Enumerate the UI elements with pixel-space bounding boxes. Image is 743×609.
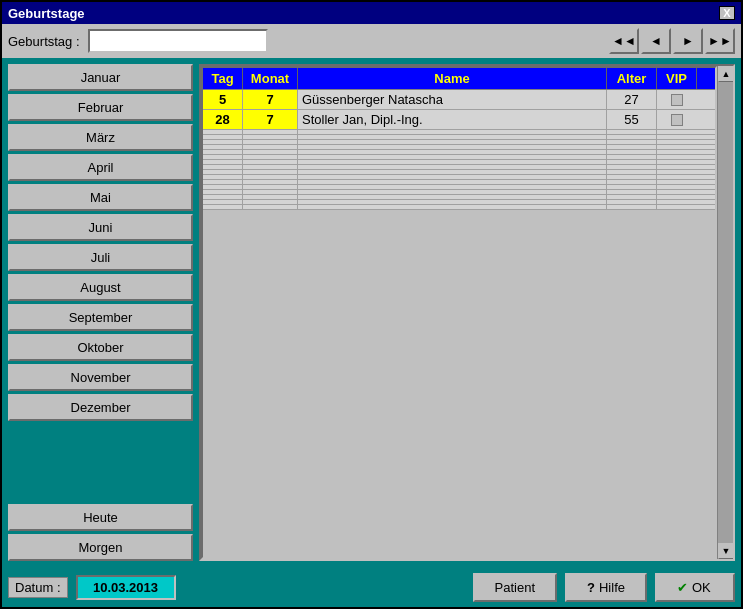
cell-vip[interactable] [657,185,697,189]
next-nav-button[interactable]: ► [673,28,703,54]
cell-vip[interactable] [657,140,697,144]
cell-tag [203,165,243,169]
cell-name [298,170,607,174]
month-btn-november[interactable]: November [8,364,193,391]
cell-tag [203,175,243,179]
cell-monat [243,135,298,139]
cell-tag [203,170,243,174]
month-btn-januar[interactable]: Januar [8,64,193,91]
month-btn-dezember[interactable]: Dezember [8,394,193,421]
cell-monat [243,180,298,184]
cell-name [298,160,607,164]
prev-nav-button[interactable]: ◄ [641,28,671,54]
cell-name [298,205,607,209]
extra-btn-morgen[interactable]: Morgen [8,534,193,561]
hilfe-label: Hilfe [599,580,625,595]
cell-name [298,195,607,199]
table-body: 57Güssenberger Natascha27287Stoller Jan,… [203,90,715,557]
cell-name: Güssenberger Natascha [298,90,607,109]
window-title: Geburtstage [8,6,85,21]
hilfe-button[interactable]: ? Hilfe [565,573,647,602]
table-row[interactable]: 287Stoller Jan, Dipl.-Ing.55 [203,110,715,130]
cell-alter [607,175,657,179]
cell-vip[interactable] [657,175,697,179]
cell-name [298,200,607,204]
cell-vip[interactable] [657,165,697,169]
month-btn-maerz[interactable]: März [8,124,193,151]
month-btn-september[interactable]: September [8,304,193,331]
close-button[interactable]: X [719,6,735,20]
cell-name [298,165,607,169]
scroll-down-button[interactable]: ▼ [718,543,734,559]
cell-vip[interactable] [657,135,697,139]
last-nav-button[interactable]: ►► [705,28,735,54]
cell-monat [243,190,298,194]
extra-btn-heute[interactable]: Heute [8,504,193,531]
month-btn-juli[interactable]: Juli [8,244,193,271]
question-icon: ? [587,580,595,595]
table-row[interactable] [203,205,715,210]
status-bar: Datum : 10.03.2013 Patient ? Hilfe ✔ OK [2,567,741,607]
cell-monat: 7 [243,90,298,109]
scroll-up-button[interactable]: ▲ [718,66,734,82]
cell-vip[interactable] [657,190,697,194]
right-panel: Tag Monat Name Alter VIP 57Güssenberger … [199,64,735,561]
patient-button[interactable]: Patient [473,573,557,602]
cell-vip[interactable] [657,110,697,129]
geburtstag-input[interactable] [88,29,268,53]
cell-tag [203,150,243,154]
cell-tag [203,185,243,189]
cell-vip[interactable] [657,205,697,209]
month-btn-februar[interactable]: Februar [8,94,193,121]
cell-vip[interactable] [657,150,697,154]
left-panel: JanuarFebruarMärzAprilMaiJuniJuliAugustS… [8,64,193,561]
main-window: Geburtstage X Geburtstag : ◄◄ ◄ ► ►► Jan… [0,0,743,609]
cell-vip[interactable] [657,170,697,174]
cell-tag [203,205,243,209]
first-nav-button[interactable]: ◄◄ [609,28,639,54]
cell-name [298,175,607,179]
cell-alter [607,130,657,134]
cell-alter [607,150,657,154]
cell-alter [607,180,657,184]
cell-vip[interactable] [657,160,697,164]
cell-monat [243,155,298,159]
vip-checkbox[interactable] [671,114,683,126]
month-btn-oktober[interactable]: Oktober [8,334,193,361]
cell-alter [607,140,657,144]
cell-name [298,155,607,159]
cell-tag: 5 [203,90,243,109]
bottom-buttons: HeuteMorgen [8,504,193,561]
month-btn-april[interactable]: April [8,154,193,181]
cell-tag [203,155,243,159]
scroll-track [718,82,733,543]
cell-alter [607,200,657,204]
cell-tag [203,190,243,194]
cell-tag [203,130,243,134]
col-vip: VIP [657,68,697,89]
spacer [8,424,193,495]
cell-vip[interactable] [657,180,697,184]
table-row[interactable]: 57Güssenberger Natascha27 [203,90,715,110]
scrollbar[interactable]: ▲ ▼ [717,66,733,559]
cell-alter [607,135,657,139]
cell-vip[interactable] [657,130,697,134]
month-btn-august[interactable]: August [8,274,193,301]
cell-monat [243,200,298,204]
cell-vip[interactable] [657,155,697,159]
cell-name [298,135,607,139]
cell-monat [243,130,298,134]
cell-vip[interactable] [657,195,697,199]
main-content: JanuarFebruarMärzAprilMaiJuniJuliAugustS… [2,58,741,567]
col-scroll-header [697,68,715,89]
month-btn-mai[interactable]: Mai [8,184,193,211]
cell-monat [243,150,298,154]
cell-alter [607,190,657,194]
cell-vip[interactable] [657,145,697,149]
cell-vip[interactable] [657,200,697,204]
ok-button[interactable]: ✔ OK [655,573,735,602]
cell-vip[interactable] [657,90,697,109]
cell-alter [607,185,657,189]
month-btn-juni[interactable]: Juni [8,214,193,241]
vip-checkbox[interactable] [671,94,683,106]
